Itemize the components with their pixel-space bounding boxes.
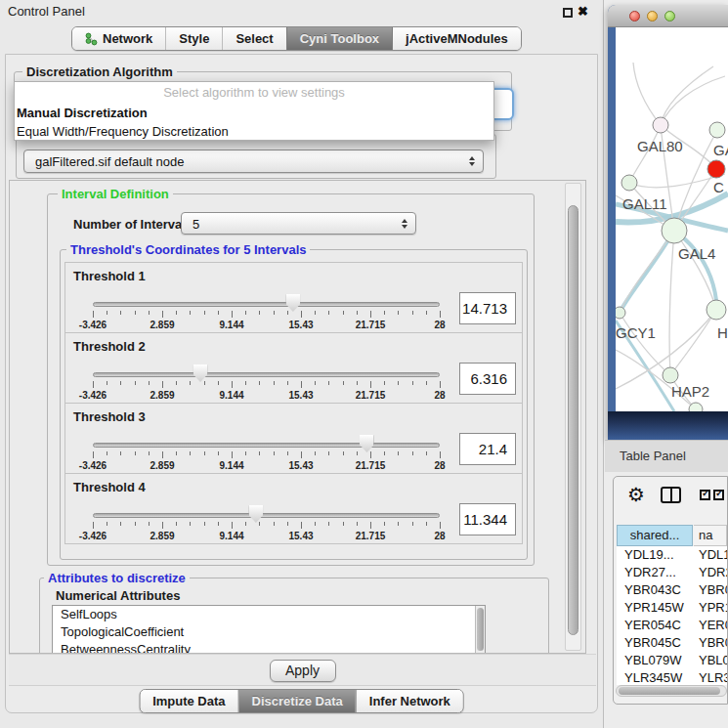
threshold-row: Threshold 3-3.4262.8599.14415.4321.71528…	[64, 403, 523, 474]
zoom-traffic-light[interactable]	[664, 11, 675, 21]
scrollbar-thumb[interactable]	[619, 687, 720, 695]
network-node-label: GAL11	[622, 195, 667, 212]
algorithm-option[interactable]: Manual Discretization	[15, 104, 493, 122]
slider-thumb[interactable]	[248, 505, 263, 523]
network-node-gal4[interactable]	[662, 218, 687, 243]
name-cell: YBR0	[693, 581, 727, 599]
vertical-scrollbar[interactable]	[565, 183, 581, 651]
tab-label: Cyni Toolbox	[300, 27, 379, 50]
apply-button[interactable]: Apply	[270, 660, 336, 682]
table-data-combobox[interactable]: galFiltered.sif default node	[23, 150, 484, 173]
float-window-icon[interactable]	[563, 8, 573, 18]
settings-scroll-panel: Interval Definition Number of Intervals …	[9, 180, 586, 654]
tab-discretize-data[interactable]: Discretize Data	[238, 690, 356, 712]
algorithm-option[interactable]: Equal Width/Frequency Discretization	[15, 122, 493, 141]
slider-thumb[interactable]	[360, 435, 374, 452]
tick-label: -3.426	[79, 460, 107, 471]
table-row[interactable]: YBR043CYBR0	[617, 581, 727, 599]
tick-label: 15.43	[288, 390, 313, 401]
number-of-intervals-combobox[interactable]: 5	[181, 212, 416, 235]
discretization-algorithm-group-label: Discretization Algorithm	[22, 64, 177, 79]
network-node-gal80[interactable]	[653, 117, 668, 133]
close-traffic-light[interactable]	[629, 11, 640, 21]
control-panel-tab-strip: NetworkStyleSelectCyni ToolboxjActiveMNo…	[71, 26, 522, 51]
network-node-h[interactable]	[707, 300, 726, 320]
tab-network[interactable]: Network	[72, 27, 165, 50]
name-cell: YBL0	[693, 652, 727, 669]
column-header-name[interactable]: na	[694, 525, 727, 546]
minimize-traffic-light[interactable]	[647, 11, 658, 21]
network-node[interactable]	[689, 403, 703, 411]
table-row[interactable]: YLR345WYLR3	[617, 669, 727, 685]
tab-select[interactable]: Select	[222, 27, 285, 50]
table-row[interactable]: YDL19...YDL1	[617, 546, 727, 564]
close-icon[interactable]: ✖	[578, 4, 588, 19]
table-row[interactable]: YER054CYER0	[617, 617, 727, 634]
threshold-slider[interactable]: -3.4262.8599.14415.4321.71528	[93, 364, 440, 404]
network-node-gcy1[interactable]	[616, 307, 625, 319]
threshold-value-field[interactable]: 14.713	[459, 292, 516, 324]
threshold-label: Threshold 4	[73, 480, 146, 494]
tab-impute-data[interactable]: Impute Data	[140, 690, 237, 712]
network-node-hap2[interactable]	[663, 367, 678, 383]
tick-label: 15.43	[288, 531, 313, 541]
table-panel-titlebar: Table Panel	[605, 440, 728, 472]
threshold-value-field[interactable]: 21.4	[459, 433, 516, 465]
number-of-intervals-value: 5	[193, 216, 199, 231]
attribute-list-item[interactable]: SelfLoops	[53, 606, 485, 623]
slider-track[interactable]	[93, 302, 440, 307]
network-node-ga[interactable]	[709, 122, 725, 138]
tick-label: 21.715	[356, 390, 386, 401]
split-view-icon[interactable]	[661, 487, 681, 503]
network-window-titlebar[interactable]	[608, 5, 728, 27]
slider-thumb[interactable]	[193, 364, 208, 382]
combo-spinner-icon	[469, 156, 475, 166]
network-node-c[interactable]	[707, 160, 725, 178]
tab-label: Select	[236, 27, 273, 50]
threshold-slider[interactable]: -3.4262.8599.14415.4321.71528	[93, 435, 440, 474]
attribute-list-item[interactable]: TopologicalCoefficient	[53, 623, 485, 641]
checked-checkbox-icon[interactable]	[713, 490, 724, 500]
vertical-scrollbar[interactable]	[475, 606, 485, 654]
attribute-list-item[interactable]: BetweennessCentrality	[53, 641, 485, 654]
numerical-attributes-list[interactable]: SelfLoopsTopologicalCoefficientBetweenne…	[52, 605, 486, 654]
tab-style[interactable]: Style	[165, 27, 222, 50]
gear-icon[interactable]: ⚙	[627, 485, 645, 504]
algorithm-dropdown-popup: Select algorithm to view settings Manual…	[14, 81, 494, 141]
threshold-slider[interactable]: -3.4262.8599.14415.4321.71528	[93, 294, 440, 333]
numerical-attributes-label: Numerical Attributes	[56, 588, 180, 603]
control-panel-titlebar: Control Panel ✖	[0, 0, 603, 23]
slider-track[interactable]	[93, 372, 440, 377]
slider-thumb[interactable]	[285, 294, 300, 312]
threshold-value-field[interactable]: 11.344	[459, 503, 516, 535]
horizontal-scrollbar[interactable]	[616, 685, 727, 697]
scrollbar-thumb[interactable]	[477, 608, 484, 651]
network-node-label: C	[713, 179, 724, 195]
threshold-slider[interactable]: -3.4262.8599.14415.4321.71528	[93, 505, 440, 544]
slider-track[interactable]	[93, 443, 440, 448]
table-row[interactable]: YBL079WYBL0	[617, 652, 727, 669]
tab-infer-network[interactable]: Infer Network	[356, 690, 463, 712]
name-cell: YDR2	[693, 564, 727, 581]
checked-checkbox-icon[interactable]	[700, 490, 710, 500]
tab-label: Discretize Data	[252, 690, 343, 712]
tick-label: 28	[434, 320, 445, 330]
table-row[interactable]: YDR27...YDR2	[617, 564, 727, 581]
scrollbar-thumb[interactable]	[568, 205, 578, 635]
shared-name-cell: YBR045C	[617, 634, 693, 652]
control-panel-window: Control Panel ✖ NetworkStyleSelectCyni T…	[0, 0, 604, 728]
tick-label: 15.43	[288, 460, 313, 471]
table-row[interactable]: YPR145WYPR1	[617, 599, 727, 617]
node-table-rows[interactable]: YDL19...YDL1YDR27...YDR2YBR043CYBR0YPR14…	[617, 546, 727, 685]
tick-label: 2.859	[150, 390, 174, 401]
table-row[interactable]: YBR045CYBR0	[617, 634, 727, 652]
network-node-gal11[interactable]	[621, 175, 637, 191]
column-header-shared-name[interactable]: shared...	[617, 525, 693, 546]
interval-definition-group-label: Interval Definition	[58, 187, 173, 201]
threshold-value-field[interactable]: 6.316	[459, 363, 516, 395]
network-canvas[interactable]: GAL80GACGAL11GAL4GCY1HHAP2	[616, 27, 728, 411]
tab-label: Style	[179, 27, 209, 50]
tab-cyni-toolbox[interactable]: Cyni Toolbox	[286, 27, 392, 50]
tab-jactivemnodules[interactable]: jActiveMNodules	[392, 27, 521, 50]
slider-track[interactable]	[93, 513, 440, 518]
